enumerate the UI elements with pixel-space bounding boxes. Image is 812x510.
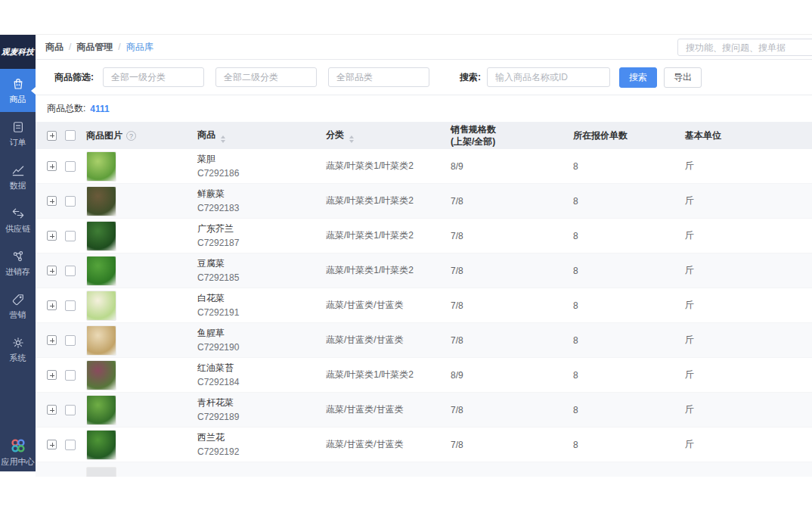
- product-specs-count: 8/9: [451, 370, 573, 381]
- product-code: C7292187: [197, 236, 326, 250]
- table-row[interactable]: 青杆花菜 C7292189 蔬菜/甘蓝类/甘蓝类 7/8 8 斤: [36, 393, 812, 428]
- product-image: [86, 151, 116, 182]
- sidebar: 观麦科技 商品 订单 数据 供应链: [0, 35, 36, 471]
- product-unit: 斤: [685, 229, 812, 242]
- expand-row-button[interactable]: [47, 405, 57, 415]
- tag-icon: [11, 292, 26, 307]
- sidebar-item-label: 营销: [10, 309, 26, 321]
- product-image: [86, 256, 116, 286]
- sidebar-item-system[interactable]: 系统: [0, 328, 36, 371]
- row-checkbox[interactable]: [65, 231, 76, 241]
- expand-row-button[interactable]: [47, 196, 57, 206]
- category-level3-select[interactable]: 全部品类: [328, 67, 429, 87]
- expand-row-button[interactable]: [47, 335, 57, 345]
- row-checkbox[interactable]: [65, 440, 76, 450]
- row-checkbox[interactable]: [65, 370, 76, 381]
- row-checkbox[interactable]: [65, 405, 76, 415]
- sidebar-item-supply-chain[interactable]: 供应链: [0, 198, 36, 241]
- product-quotes-count: 8: [573, 370, 685, 381]
- row-checkbox[interactable]: [65, 300, 76, 311]
- product-image: [86, 325, 116, 356]
- product-name: 青杆花菜: [197, 396, 326, 410]
- table-row[interactable]: 白花菜 C7292191 蔬菜/甘蓝类/甘蓝类 7/8 8 斤: [36, 288, 812, 323]
- row-checkbox[interactable]: [65, 335, 76, 346]
- sidebar-item-app-center[interactable]: 应用中心: [0, 432, 36, 471]
- product-quotes-count: 8: [573, 266, 685, 276]
- product-category: 蔬菜/甘蓝类/甘蓝类: [326, 334, 451, 347]
- product-quotes-count: 8: [573, 231, 685, 241]
- product-category: 蔬菜/甘蓝类/甘蓝类: [326, 438, 451, 451]
- app-window: 观麦科技 商品 订单 数据 供应链: [0, 34, 812, 477]
- product-quotes-count: 8: [573, 300, 685, 311]
- select-all-checkbox[interactable]: [65, 130, 76, 141]
- inventory-icon: [11, 249, 26, 264]
- sidebar-item-label: 应用中心: [2, 456, 35, 468]
- product-specs-count: 7/8: [451, 300, 573, 311]
- search-button[interactable]: 搜索: [619, 67, 657, 88]
- product-name: 西兰花: [197, 431, 326, 445]
- main-area: 商品 / 商品管理 / 商品库 商品筛选: 全部一级分类 全部二级分类 全部品类…: [36, 35, 812, 477]
- table-row[interactable]: 豆腐菜 C7292185 蔬菜/叶菜类1/叶菜类2 7/8 8 斤: [36, 253, 812, 288]
- product-quotes-count: 8: [573, 161, 685, 172]
- product-unit: 斤: [685, 194, 812, 207]
- row-checkbox[interactable]: [65, 266, 76, 276]
- product-image: [86, 430, 116, 460]
- row-checkbox[interactable]: [65, 161, 76, 172]
- product-code: C7292189: [197, 410, 326, 424]
- gear-icon: [11, 335, 26, 350]
- product-unit: 斤: [685, 334, 812, 347]
- expand-all-button[interactable]: [47, 131, 57, 141]
- product-category: 蔬菜/叶菜类1/叶菜类2: [326, 264, 451, 277]
- column-header-image: 商品图片: [86, 129, 197, 142]
- product-unit: 斤: [685, 160, 812, 173]
- sidebar-item-marketing[interactable]: 营销: [0, 285, 36, 328]
- product-unit: 斤: [685, 403, 812, 416]
- sort-icon[interactable]: [349, 135, 354, 143]
- global-search-input[interactable]: [677, 39, 812, 56]
- product-name: 白花菜: [197, 291, 326, 306]
- breadcrumb-item[interactable]: 商品: [45, 41, 64, 54]
- product-search-input[interactable]: [487, 67, 610, 87]
- breadcrumb-item[interactable]: 商品管理: [76, 41, 113, 54]
- row-checkbox[interactable]: [65, 196, 76, 207]
- sidebar-item-inventory[interactable]: 进销存: [0, 241, 36, 285]
- table-row[interactable]: 西兰花 C7292192 蔬菜/甘蓝类/甘蓝类 7/8 8 斤: [36, 428, 812, 462]
- product-specs-count: 7/8: [451, 440, 573, 450]
- product-image: [86, 360, 116, 390]
- expand-row-button[interactable]: [47, 440, 57, 449]
- sidebar-item-label: 系统: [10, 353, 26, 364]
- table-row[interactable]: 广东芥兰 C7292187 蔬菜/叶菜类1/叶菜类2 7/8 8 斤: [36, 219, 812, 253]
- product-code: C7292184: [197, 375, 326, 390]
- product-quotes-count: 8: [573, 335, 685, 346]
- product-unit: 斤: [685, 369, 812, 381]
- product-image: [86, 221, 116, 251]
- table-row[interactable]: 鲜蕨菜 C7292183 蔬菜/叶菜类1/叶菜类2 7/8 8 斤: [36, 184, 812, 219]
- category-level2-select[interactable]: 全部二级分类: [215, 67, 317, 87]
- product-code: C7292192: [197, 445, 326, 459]
- product-category: 蔬菜/叶菜类1/叶菜类2: [326, 369, 451, 381]
- product-specs-count: 8/9: [451, 161, 573, 172]
- bag-icon: [11, 76, 26, 92]
- sidebar-item-products[interactable]: 商品: [0, 69, 36, 112]
- product-unit: 斤: [685, 438, 812, 451]
- expand-row-button[interactable]: [47, 300, 57, 310]
- help-icon[interactable]: [126, 131, 136, 141]
- column-header-specs: 销售规格数(上架/全部): [451, 123, 573, 148]
- category-level1-select[interactable]: 全部一级分类: [103, 67, 204, 87]
- expand-row-button[interactable]: [47, 266, 57, 275]
- sidebar-item-label: 供应链: [5, 223, 30, 235]
- expand-row-button[interactable]: [47, 161, 57, 171]
- expand-row-button[interactable]: [47, 231, 57, 241]
- table-row[interactable]: 红油菜苔 C7292184 蔬菜/叶菜类1/叶菜类2 8/9 8 斤: [36, 358, 812, 393]
- product-specs-count: 7/8: [451, 231, 573, 241]
- sidebar-item-data[interactable]: 数据: [0, 155, 36, 198]
- sidebar-item-orders[interactable]: 订单: [0, 112, 36, 155]
- table-row[interactable]: 鱼腥草 C7292190 蔬菜/甘蓝类/甘蓝类 7/8 8 斤: [36, 323, 812, 358]
- breadcrumb-current: 商品库: [126, 41, 153, 54]
- product-specs-count: 7/8: [451, 405, 573, 415]
- sort-icon[interactable]: [221, 135, 225, 143]
- product-unit: 斤: [685, 299, 812, 312]
- table-row[interactable]: 菜胆 C7292186 蔬菜/叶菜类1/叶菜类2 8/9 8 斤: [36, 149, 812, 184]
- export-button[interactable]: 导出: [664, 67, 702, 88]
- expand-row-button[interactable]: [47, 370, 57, 380]
